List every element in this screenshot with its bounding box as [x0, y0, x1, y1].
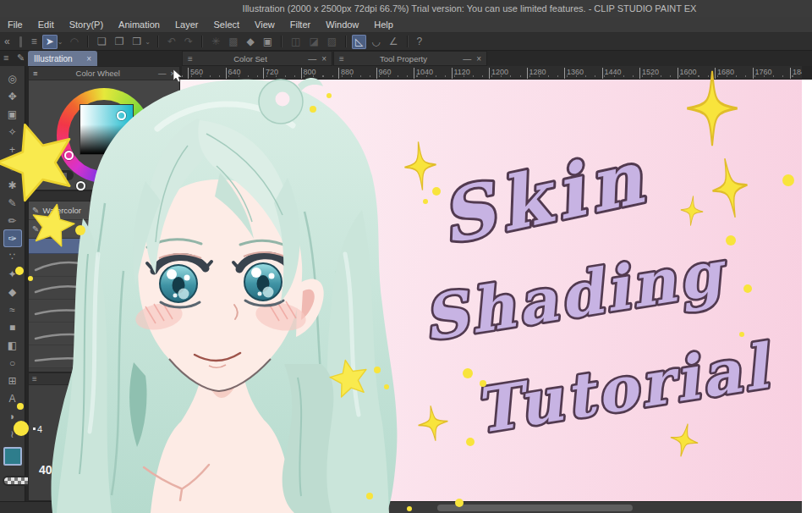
hand-tool[interactable]: ✥	[3, 87, 22, 105]
color-set-close-icon[interactable]: ×	[321, 54, 326, 63]
document-tab-illustration[interactable]: Illustration ×	[28, 51, 97, 66]
color-wheel-panel: ≡ Color Wheel — ×	[28, 66, 180, 190]
auto-select-tool[interactable]: ✱	[3, 176, 22, 194]
main-color-swatch[interactable]	[3, 447, 22, 466]
pen-tool[interactable]: ✎	[3, 194, 22, 212]
menu-item-help[interactable]: Help	[366, 19, 401, 30]
brush-tool[interactable]: ✑	[3, 229, 22, 247]
tool-property-minimize-icon[interactable]: —	[463, 54, 471, 63]
blush-left	[134, 300, 184, 333]
blend-tool[interactable]: ≈	[3, 301, 22, 318]
fill-tool[interactable]: ■	[3, 318, 22, 336]
tool-property-panel-header[interactable]: ≡ Tool Property — ×	[333, 51, 487, 66]
color-set-panel-header[interactable]: ≡ Color Set — ×	[182, 51, 332, 66]
brush-size-list-number[interactable]: 4	[37, 424, 42, 434]
snap-to-ruler-icon[interactable]: ◺	[352, 35, 366, 49]
deselect-icon[interactable]: ◫	[288, 35, 304, 49]
rotate-canvas-icon[interactable]: ◠	[66, 35, 81, 49]
tool-property-close-icon[interactable]: ×	[476, 54, 481, 63]
move-layer-tool[interactable]: +	[3, 141, 22, 158]
menu-item-window[interactable]: Window	[318, 19, 366, 30]
document-tab-label: Illustration	[34, 54, 73, 63]
invert-selection-icon[interactable]: ◪	[305, 35, 321, 49]
menu-item-storyp[interactable]: Story(P)	[62, 19, 111, 30]
balloon-tool[interactable]: ◗	[3, 407, 22, 425]
ruler-tick-720: 720	[263, 68, 278, 79]
line-correction-tool[interactable]: ≀	[3, 425, 22, 443]
brush-preview-row[interactable]	[29, 345, 92, 368]
eraser-tool[interactable]: ◆	[3, 283, 22, 301]
sub-tool-group-watercolor[interactable]: ✎Watercolor	[29, 201, 92, 220]
menu-item-layer[interactable]: Layer	[167, 19, 206, 30]
color-wheel-close-icon[interactable]: ×	[170, 69, 175, 78]
tool-property-menu-icon[interactable]: ≡	[339, 54, 344, 63]
save-file-dropdown-icon[interactable]: ⌄	[145, 38, 151, 46]
horizontal-scrollbar[interactable]	[93, 501, 802, 513]
text-tool[interactable]: A	[3, 389, 22, 407]
pencil-tool[interactable]: ✏	[3, 212, 22, 229]
frame-border-tool[interactable]: ⊞	[3, 372, 22, 389]
sv-marker[interactable]	[117, 111, 126, 120]
clear-icon[interactable]: ✳	[208, 35, 223, 49]
saturation-value-square[interactable]	[80, 104, 134, 155]
transform-frame-icon[interactable]: ▣	[260, 35, 276, 49]
menu-item-filter[interactable]: Filter	[283, 19, 318, 30]
main-menu-icon[interactable]: ≡	[28, 35, 41, 49]
workspace-pen-icon[interactable]: ✎	[17, 52, 25, 63]
collapse-toolbar-icon[interactable]: «	[0, 36, 14, 47]
ruler-tick-1760: 1760	[753, 68, 772, 79]
pen-icon: ✎	[32, 206, 39, 215]
brush-size-dropdown-icon[interactable]: ▾	[59, 467, 63, 476]
color-set-menu-icon[interactable]: ≡	[188, 54, 193, 63]
eraser-command-icon[interactable]: ◆	[243, 35, 257, 49]
sub-tool-group-label: Ink	[42, 224, 53, 234]
figure-tool[interactable]: ○	[3, 354, 22, 372]
fill-screen-icon[interactable]: ▩	[225, 35, 241, 49]
brush-size-panel-header[interactable]: ≡	[29, 373, 92, 385]
sub-tool-selected-row[interactable]	[29, 239, 92, 254]
help-icon[interactable]: ?	[414, 35, 426, 49]
horizontal-scrollbar-thumb[interactable]	[437, 505, 633, 511]
operation-tool[interactable]: ▣	[3, 105, 22, 123]
workspace-menu-icon[interactable]: ≡	[3, 52, 8, 63]
menu-item-animation[interactable]: Animation	[111, 19, 167, 30]
sub-tool-group-ink[interactable]: ✎Ink	[29, 220, 92, 239]
color-wheel-mode-buttons[interactable]	[35, 170, 74, 180]
hue-marker-secondary[interactable]	[76, 181, 85, 190]
color-wheel-menu-icon[interactable]: ≡	[33, 69, 38, 78]
brush-preview-row[interactable]	[29, 300, 92, 323]
selection-border-icon[interactable]: ▨	[324, 35, 340, 49]
redo-icon[interactable]: ↷	[181, 35, 196, 49]
brush-size-menu-icon[interactable]: ≡	[32, 374, 37, 383]
open-file-icon[interactable]: ❐	[112, 35, 128, 49]
canvas-area[interactable]	[179, 80, 802, 501]
gradient-tool[interactable]: ◧	[3, 336, 22, 354]
toolbar-drag-handle[interactable]	[19, 36, 22, 47]
brush-preview-row[interactable]	[29, 323, 92, 345]
snap-to-special-ruler-icon[interactable]: ◡	[368, 35, 383, 49]
brush-size-value[interactable]: 40▾	[39, 463, 63, 477]
brush-preview-row[interactable]	[29, 254, 92, 277]
eyedropper-tool[interactable]: ✧	[3, 123, 22, 141]
hue-marker[interactable]	[64, 151, 74, 160]
color-wheel-header[interactable]: ≡ Color Wheel — ×	[29, 67, 179, 80]
operation-tool-launcher-dropdown-icon[interactable]: ⌄	[58, 38, 63, 46]
menu-item-view[interactable]: View	[247, 19, 283, 30]
airbrush-tool[interactable]: ∵	[3, 247, 22, 265]
color-wheel-title: Color Wheel	[42, 69, 154, 78]
menu-item-select[interactable]: Select	[206, 19, 248, 30]
operation-tool-launcher-icon[interactable]: ➤	[42, 35, 58, 49]
color-set-minimize-icon[interactable]: —	[308, 54, 316, 63]
new-canvas-icon[interactable]: ❏	[94, 35, 110, 49]
menu-item-edit[interactable]: Edit	[30, 19, 62, 30]
brush-preview-row[interactable]	[29, 277, 92, 300]
document-tab-close-icon[interactable]: ×	[86, 54, 91, 63]
selection-tool[interactable]: ◌	[3, 158, 22, 176]
snap-to-grid-icon[interactable]: ∠	[386, 35, 402, 49]
menu-item-file[interactable]: File	[0, 19, 30, 30]
decoration-tool[interactable]: ✦	[3, 265, 22, 283]
undo-icon[interactable]: ↶	[164, 35, 179, 49]
color-wheel-minimize-icon[interactable]: —	[158, 69, 167, 78]
zoom-tool[interactable]: ◎	[3, 69, 22, 87]
save-file-icon[interactable]: ❒	[129, 35, 145, 49]
